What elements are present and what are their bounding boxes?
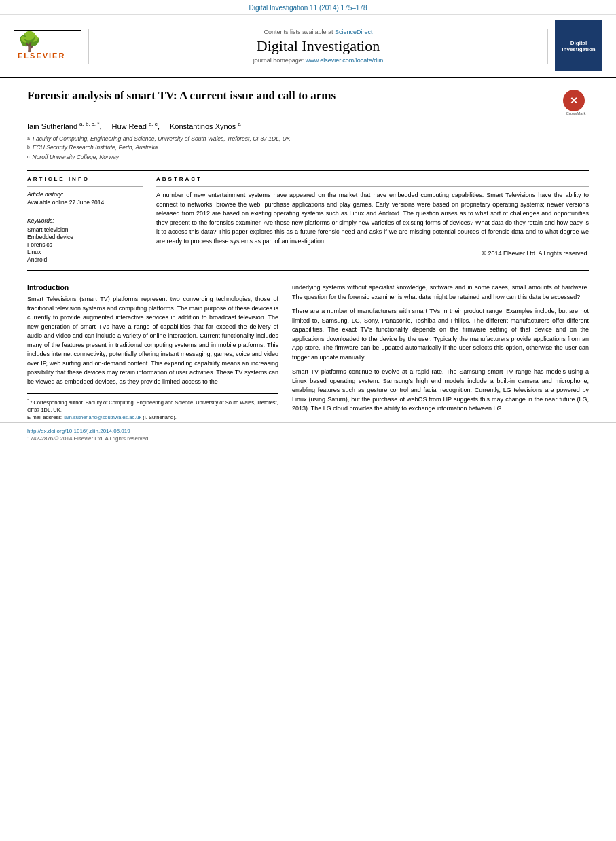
- abstract-col: ABSTRACT A number of new entertainment s…: [156, 176, 589, 264]
- right-para1: underlying systems without specialist kn…: [292, 283, 589, 302]
- keywords-section: Keywords: Smart television Embedded devi…: [27, 217, 143, 263]
- abstract-text: A number of new entertainment systems ha…: [156, 191, 589, 246]
- right-column: underlying systems without specialist kn…: [292, 283, 589, 421]
- article-history-label: Article history:: [27, 191, 143, 198]
- separator-line: [27, 170, 589, 171]
- footnote-email: E-mail address: iain.sutherland@southwal…: [27, 414, 278, 421]
- affiliation-1: a Faculty of Computing, Engineering and …: [27, 135, 589, 144]
- journal-name: Digital Investigation: [96, 37, 541, 55]
- author-2: Huw Read a, c,: [112, 122, 160, 130]
- introduction-para1: Smart Televisions (smart TV) platforms r…: [27, 295, 278, 387]
- footnote-corresponding: * * Corresponding author. Faculty of Com…: [27, 397, 278, 414]
- crossmark: ✕ CrossMark: [563, 90, 589, 115]
- footer-rights: 1742-2876/© 2014 Elsevier Ltd. All right…: [27, 435, 589, 442]
- left-column: Introduction Smart Televisions (smart TV…: [27, 283, 278, 421]
- right-para3: Smart TV platforms continue to evolve at…: [292, 368, 589, 414]
- abstract-label: ABSTRACT: [156, 176, 589, 182]
- authors: Iain Sutherland a, b, c, *, Huw Read a, …: [27, 121, 589, 130]
- section-divider-2: [27, 270, 589, 271]
- journal-url[interactable]: www.elsevier.com/locate/diin: [306, 57, 384, 64]
- footnote-area: * * Corresponding author. Faculty of Com…: [27, 393, 278, 421]
- page-footer: http://dx.doi.org/10.1016/j.diin.2014.05…: [0, 422, 616, 445]
- keyword-3: Forensics: [27, 241, 143, 248]
- keyword-5: Android: [27, 256, 143, 263]
- journal-reference[interactable]: Digital Investigation 11 (2014) 175–178: [249, 4, 367, 12]
- article-info-label: ARTICLE INFO: [27, 176, 143, 182]
- main-body: Introduction Smart Televisions (smart TV…: [0, 283, 616, 421]
- keyword-1: Smart television: [27, 226, 143, 233]
- journal-homepage: journal homepage: www.elsevier.com/locat…: [96, 57, 541, 64]
- article-abstract-section: ARTICLE INFO Article history: Available …: [27, 176, 589, 264]
- elsevier-wordmark: ELSEVIER: [18, 52, 65, 60]
- keyword-2: Embedded device: [27, 234, 143, 240]
- footnote-email-link[interactable]: iain.sutherland@southwales.ac.uk: [64, 414, 141, 420]
- journal-title-area: Contents lists available at ScienceDirec…: [88, 29, 548, 64]
- abstract-copyright: © 2014 Elsevier Ltd. All rights reserved…: [156, 250, 589, 257]
- author-3: Konstantinos Xynos a: [170, 122, 241, 130]
- affiliation-3: c Noroff University College, Norway: [27, 153, 589, 162]
- right-para2: There are a number of manufacturers with…: [292, 307, 589, 362]
- keywords-divider: [27, 213, 143, 213]
- keywords-label: Keywords:: [27, 217, 143, 224]
- footer-doi: http://dx.doi.org/10.1016/j.diin.2014.05…: [27, 428, 589, 434]
- doi-link[interactable]: http://dx.doi.org/10.1016/j.diin.2014.05…: [27, 428, 130, 434]
- journal-cover-image: Digital Investigation: [555, 20, 602, 71]
- elsevier-tree-icon: 🌳: [18, 33, 41, 52]
- paper-content: Forensic analysis of smart TV: A current…: [0, 78, 616, 283]
- abstract-divider: [156, 186, 589, 187]
- article-info-col: ARTICLE INFO Article history: Available …: [27, 176, 143, 264]
- article-available-online: Available online 27 June 2014: [27, 199, 143, 206]
- top-bar: Digital Investigation 11 (2014) 175–178: [0, 0, 616, 15]
- paper-title-row: Forensic analysis of smart TV: A current…: [27, 88, 589, 115]
- affiliations: a Faculty of Computing, Engineering and …: [27, 135, 589, 162]
- sciencedirect-link-text[interactable]: ScienceDirect: [335, 29, 373, 35]
- sciencedirect-link: Contents lists available at ScienceDirec…: [96, 29, 541, 35]
- article-history: Article history: Available online 27 Jun…: [27, 191, 143, 206]
- introduction-heading: Introduction: [27, 283, 278, 291]
- affiliation-2: b ECU Security Research Institute, Perth…: [27, 143, 589, 153]
- article-info-divider: [27, 186, 143, 187]
- journal-header: 🌳 ELSEVIER Contents lists available at S…: [0, 15, 616, 78]
- elsevier-logo: 🌳 ELSEVIER: [14, 30, 81, 62]
- keyword-4: Linux: [27, 249, 143, 255]
- crossmark-label: CrossMark: [563, 111, 589, 115]
- author-1: Iain Sutherland a, b, c, *,: [27, 122, 101, 130]
- crossmark-icon: ✕: [563, 90, 585, 111]
- paper-title: Forensic analysis of smart TV: A current…: [27, 88, 556, 103]
